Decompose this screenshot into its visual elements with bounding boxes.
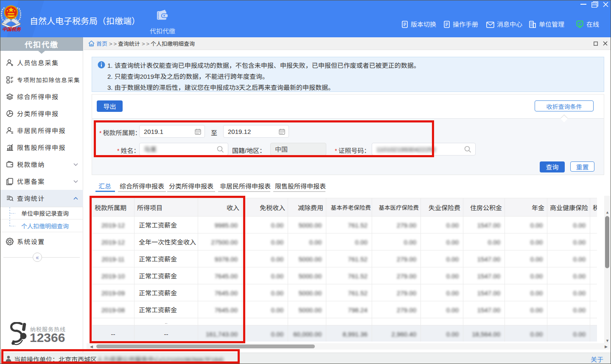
svg-text:中国税务: 中国税务 bbox=[2, 25, 22, 32]
